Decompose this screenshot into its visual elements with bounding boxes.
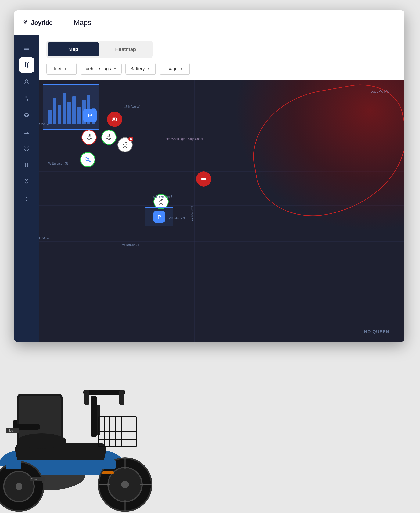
svg-point-69 <box>0 462 44 511</box>
bar-4 <box>62 93 66 124</box>
svg-point-13 <box>25 97 26 97</box>
svg-rect-42 <box>17 394 62 447</box>
svg-point-19 <box>28 132 28 133</box>
content-area: Map Heatmap Fleet ▼ Vehicle flags ▼ Batt… <box>39 35 405 342</box>
sidebar-item-settings[interactable] <box>19 191 34 206</box>
svg-point-21 <box>26 150 27 150</box>
svg-rect-78 <box>102 471 114 474</box>
sidebar-item-maps[interactable] <box>19 57 34 73</box>
street-label-lake-washington: Lake Washington Ship Canal <box>164 137 203 141</box>
bar-3 <box>58 105 61 124</box>
bar-7 <box>77 107 81 124</box>
logo-text: Joyride <box>31 19 52 26</box>
svg-rect-48 <box>83 390 125 395</box>
svg-point-28 <box>90 138 91 140</box>
logo-area: Joyride <box>22 10 60 35</box>
street-label-15th-ave: 15th Ave W <box>124 105 140 109</box>
street-line <box>39 241 405 242</box>
svg-point-36 <box>159 203 160 204</box>
fleet-filter-label: Fleet <box>51 66 61 71</box>
street-label-20th-ave: 20th Ave W <box>39 236 49 240</box>
parking-pin-1[interactable]: P <box>83 109 97 122</box>
svg-point-37 <box>162 203 163 204</box>
svg-rect-74 <box>6 428 19 433</box>
vehicle-x-badge: ✕ <box>128 137 133 141</box>
svg-rect-18 <box>24 130 29 133</box>
svg-rect-47 <box>13 420 17 430</box>
svg-rect-50 <box>119 390 124 405</box>
bar-2 <box>53 98 57 124</box>
svg-rect-72 <box>6 460 21 469</box>
usage-filter-label: Usage <box>165 66 178 71</box>
svg-point-23 <box>26 198 27 199</box>
svg-point-30 <box>107 138 108 140</box>
no-entry-marker-1[interactable] <box>196 171 211 186</box>
street-label-11th-ave: 11th Ave W <box>190 205 194 221</box>
map-area[interactable]: P <box>39 81 405 342</box>
bar-5 <box>67 102 71 124</box>
svg-point-71 <box>15 483 22 490</box>
map-tab[interactable]: Map <box>48 42 99 56</box>
vehicle-marker-3-container[interactable]: ✕ <box>117 137 133 152</box>
fleet-chevron-icon: ▼ <box>64 67 67 71</box>
fleet-filter[interactable]: Fleet ▼ <box>46 63 77 75</box>
svg-point-16 <box>25 115 26 117</box>
street-label-no-queen: NO QUEEN <box>364 329 389 334</box>
svg-point-22 <box>26 180 27 181</box>
sidebar-item-location[interactable] <box>19 174 34 189</box>
svg-point-70 <box>4 471 34 502</box>
sidebar-item-users[interactable] <box>19 74 34 89</box>
joyride-logo-icon <box>22 19 29 26</box>
sidebar <box>14 35 39 342</box>
battery-filter[interactable]: Battery ▼ <box>125 63 156 75</box>
main-window: Joyride Maps <box>14 10 405 342</box>
page-title: Maps <box>66 19 91 27</box>
svg-rect-25 <box>116 119 117 120</box>
street-label-w-dravus: W Dravus St <box>122 243 139 247</box>
selection-box[interactable] <box>43 84 99 130</box>
header: Joyride Maps <box>14 10 405 35</box>
bar-6 <box>72 97 76 124</box>
svg-point-34 <box>126 146 127 148</box>
battery-filter-label: Battery <box>130 66 145 71</box>
svg-rect-4 <box>24 47 29 47</box>
svg-point-44 <box>17 433 66 449</box>
street-label-leary-wy: Leary Wy NW <box>371 90 389 93</box>
svg-rect-76 <box>30 477 45 481</box>
street-line <box>130 81 130 342</box>
svg-point-63 <box>108 468 142 502</box>
svg-point-27 <box>87 138 89 140</box>
svg-rect-45 <box>4 460 117 475</box>
sidebar-item-list[interactable] <box>19 41 34 56</box>
sidebar-item-routes[interactable] <box>19 91 34 106</box>
sidebar-item-layers[interactable] <box>19 157 34 172</box>
heatmap-tab[interactable]: Heatmap <box>100 42 151 56</box>
battery-marker-1[interactable] <box>107 112 122 127</box>
usage-filter[interactable]: Usage ▼ <box>159 63 190 75</box>
svg-rect-46 <box>13 424 40 430</box>
vehicle-marker-1[interactable] <box>82 130 97 145</box>
svg-rect-5 <box>24 48 29 49</box>
svg-rect-39 <box>201 178 206 179</box>
parking-pin-2[interactable]: P <box>153 211 165 223</box>
vehicle-marker-2[interactable] <box>101 130 117 145</box>
bar-1 <box>48 110 52 124</box>
svg-rect-41 <box>15 443 106 473</box>
tab-switcher: Map Heatmap <box>46 41 152 58</box>
svg-rect-52 <box>97 405 100 435</box>
svg-rect-49 <box>84 390 89 405</box>
battery-chevron-icon: ▼ <box>147 67 150 71</box>
sidebar-item-wallet[interactable] <box>19 124 34 139</box>
usage-chevron-icon: ▼ <box>180 67 183 71</box>
street-label-w-emerson: W Emerson St <box>48 162 68 165</box>
sidebar-item-vehicles[interactable] <box>19 107 34 123</box>
street-label-21st-ave: 21st Ave W <box>39 123 49 126</box>
svg-text:Victory: Victory <box>31 478 39 480</box>
svg-text:Pride: Pride <box>7 429 13 432</box>
vehicle-flags-filter[interactable]: Vehicle flags ▼ <box>81 63 122 75</box>
wrench-marker-1[interactable] <box>80 152 95 167</box>
svg-point-40 <box>9 460 85 490</box>
svg-point-9 <box>25 80 28 82</box>
sidebar-item-support[interactable] <box>19 141 34 156</box>
filter-row: Fleet ▼ Vehicle flags ▼ Battery ▼ Usage … <box>46 63 397 75</box>
